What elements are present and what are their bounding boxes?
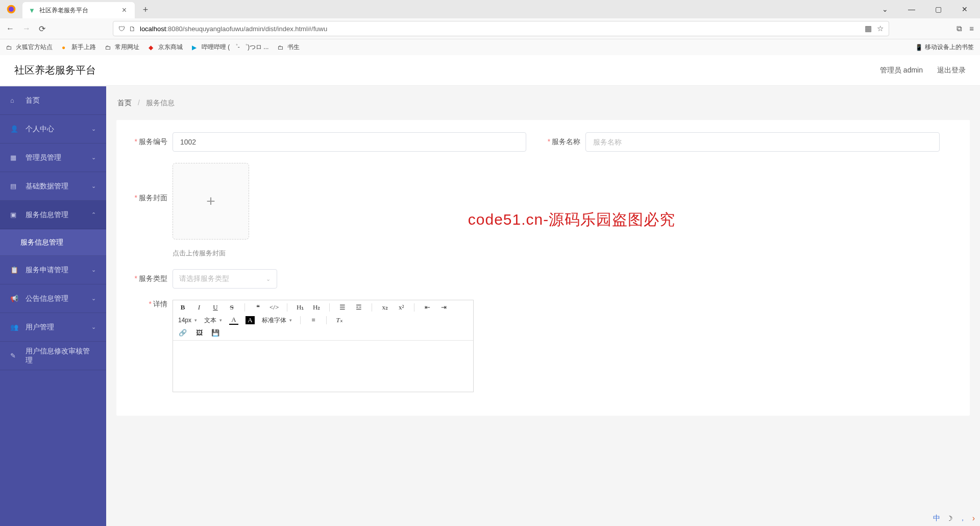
font-family-select[interactable]: 标准字体▾	[262, 316, 292, 325]
bookmark-star-icon[interactable]: ☆	[877, 24, 884, 33]
rich-editor: B I U S ❝ </> H₁ H₂ ☰ ☲	[173, 300, 474, 392]
plus-icon: +	[206, 193, 215, 210]
save-button[interactable]: 💾	[211, 329, 220, 337]
service-icon: ▣	[10, 211, 19, 219]
sidebar-item-service-info[interactable]: ▣ 服务信息管理 ⌃	[0, 201, 106, 229]
code-button[interactable]: </>	[270, 303, 279, 312]
bg-color-button[interactable]: A	[246, 316, 255, 324]
ol-button[interactable]: ☰	[338, 303, 347, 312]
window-minimize-icon[interactable]: —	[904, 5, 919, 13]
firefox-icon[interactable]	[4, 2, 18, 16]
bookmark-bar: 🗀火狐官方站点 ●新手上路 🗀常用网址 ◆京东商城 ▶哔哩哔哩 ( ゜- ゜)つ…	[0, 39, 980, 55]
select-service-type[interactable]: 请选择服务类型 ⌄	[173, 269, 277, 289]
sidebar-item-home[interactable]: ⌂ 首页	[0, 86, 106, 115]
field-service-no: *服务编号	[126, 132, 526, 152]
font-size-select[interactable]: 14px▾	[178, 317, 197, 324]
chevron-down-icon: ⌄	[91, 295, 96, 302]
forward-button[interactable]: →	[22, 24, 31, 34]
new-tab-button[interactable]: +	[138, 2, 153, 17]
moon-icon[interactable]: ☽	[946, 514, 953, 522]
data-icon: ▤	[10, 182, 19, 190]
menu-icon[interactable]: ≡	[969, 24, 974, 33]
bookmark-shusheng[interactable]: 🗀书生	[278, 43, 300, 52]
outdent-button[interactable]: ⇥	[439, 303, 448, 312]
sidebar-item-service-apply[interactable]: 📋 服务申请管理 ⌄	[0, 256, 106, 284]
upload-cover[interactable]: +	[173, 163, 249, 240]
url-text: localhost:8080/sheuquyanglaofuwu/admin/d…	[140, 25, 327, 33]
font-color-button[interactable]: A	[229, 316, 238, 325]
users-icon: 👥	[10, 323, 19, 331]
breadcrumb-home[interactable]: 首页	[117, 99, 132, 107]
tab-close-icon[interactable]: ×	[120, 6, 129, 15]
bold-button[interactable]: B	[178, 303, 187, 312]
announce-icon: 📢	[10, 295, 19, 302]
reload-button[interactable]: ⟳	[39, 24, 45, 34]
superscript-button[interactable]: x²	[397, 303, 406, 312]
input-service-no[interactable]	[173, 132, 526, 152]
chevron-down-icon: ⌄	[91, 324, 96, 330]
extensions-icon[interactable]: ⧉	[957, 24, 962, 33]
back-button[interactable]: ←	[6, 24, 14, 34]
chevron-up-icon: ⌃	[91, 211, 96, 218]
breadcrumb: 首页 / 服务信息	[116, 97, 970, 110]
logout-link[interactable]: 退出登录	[937, 66, 966, 75]
align-button[interactable]: ≡	[309, 316, 318, 324]
sidebar-item-basedata[interactable]: ▤ 基础数据管理 ⌄	[0, 172, 106, 201]
app-header: 社区养老服务平台 管理员 admin 退出登录	[0, 55, 980, 86]
italic-button[interactable]: I	[194, 303, 204, 312]
current-user[interactable]: 管理员 admin	[880, 66, 923, 75]
ul-button[interactable]: ☲	[354, 303, 363, 312]
ime-chevron-icon[interactable]: ›	[972, 514, 975, 523]
field-detail: *详情 B I U S ❝ </> H₁ H₂	[126, 300, 474, 392]
field-cover: *服务封面 + 点击上传服务封面	[126, 163, 249, 258]
info-icon[interactable]: 🗋	[129, 25, 136, 33]
editor-body[interactable]	[173, 341, 473, 392]
h1-button[interactable]: H₁	[296, 303, 305, 312]
browser-tab[interactable]: ▼ 社区养老服务平台 ×	[22, 2, 135, 18]
h2-button[interactable]: H₂	[312, 303, 321, 312]
label-detail: *详情	[126, 300, 167, 309]
shield-icon[interactable]: 🛡	[118, 25, 125, 33]
sidebar-item-users[interactable]: 👥 用户管理 ⌄	[0, 313, 106, 342]
field-service-name: *服务名称	[538, 132, 939, 152]
image-button[interactable]: 🖼	[194, 329, 204, 337]
ime-lang[interactable]: 中	[933, 514, 940, 523]
bookmark-getting-started[interactable]: ●新手上路	[62, 43, 96, 52]
underline-button[interactable]: U	[211, 303, 220, 312]
subscript-button[interactable]: x₂	[380, 303, 389, 312]
sidebar-item-profile[interactable]: 👤 个人中心 ⌄	[0, 115, 106, 144]
link-button[interactable]: 🔗	[178, 329, 187, 337]
tab-title: 社区养老服务平台	[39, 6, 88, 15]
tab-bar: ▼ 社区养老服务平台 × + ⌄ — ▢ ✕	[0, 0, 980, 18]
audit-icon: ✎	[10, 352, 19, 360]
bookmark-bilibili[interactable]: ▶哔哩哔哩 ( ゜- ゜)つロ ...	[192, 43, 268, 52]
window-chevron-icon[interactable]: ⌄	[878, 5, 892, 13]
strike-button[interactable]: S	[227, 303, 236, 312]
nav-arrows: ← → ⟳	[6, 24, 45, 34]
ime-bar: 中 ☽ ， ›	[933, 514, 975, 523]
breadcrumb-current: 服务信息	[146, 99, 175, 107]
ime-comma-icon[interactable]: ，	[959, 514, 966, 523]
bookmark-mobile[interactable]: 📱移动设备上的书签	[915, 43, 974, 52]
user-icon: 👤	[10, 125, 19, 133]
app-title: 社区养老服务平台	[14, 63, 96, 77]
bookmark-common-sites[interactable]: 🗀常用网址	[105, 43, 139, 52]
quote-button[interactable]: ❝	[253, 303, 262, 312]
format-select[interactable]: 文本▾	[204, 316, 222, 325]
url-box[interactable]: 🛡 🗋 localhost:8080/sheuquyanglaofuwu/adm…	[113, 21, 889, 36]
window-close-icon[interactable]: ✕	[958, 5, 972, 13]
sidebar-item-admin[interactable]: ▦ 管理员管理 ⌄	[0, 144, 106, 172]
form-card: *服务编号 *服务名称 *服务封面 + 点击上传服务封面	[116, 120, 970, 416]
input-service-name[interactable]	[585, 132, 939, 152]
qr-icon[interactable]: ▦	[865, 24, 872, 33]
indent-button[interactable]: ⇤	[423, 303, 432, 312]
sidebar-item-announce[interactable]: 📢 公告信息管理 ⌄	[0, 284, 106, 313]
clear-format-button[interactable]: Tₓ	[335, 316, 344, 324]
chevron-down-icon: ⌄	[91, 154, 96, 161]
sidebar-item-user-audit[interactable]: ✎ 用户信息修改审核管理	[0, 342, 106, 370]
window-maximize-icon[interactable]: ▢	[931, 5, 945, 13]
bookmark-firefox-official[interactable]: 🗀火狐官方站点	[6, 43, 53, 52]
browser-chrome: ▼ 社区养老服务平台 × + ⌄ — ▢ ✕ ← → ⟳ 🛡 🗋 localho…	[0, 0, 980, 56]
bookmark-jd[interactable]: ◆京东商城	[149, 43, 183, 52]
sidebar-subitem-service-info[interactable]: 服务信息管理	[0, 229, 106, 256]
